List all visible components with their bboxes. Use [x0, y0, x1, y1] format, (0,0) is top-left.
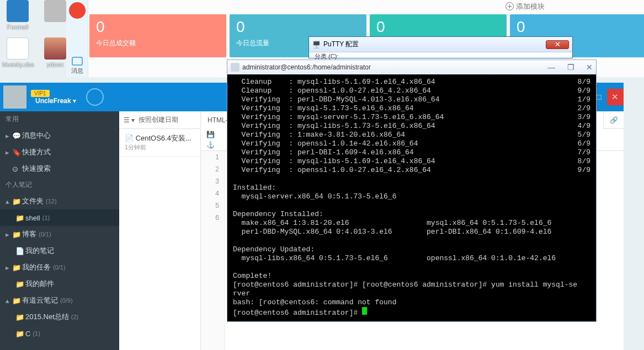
note-icon: 📄 [125, 134, 134, 142]
add-module-button[interactable]: +添加模块 [505, 2, 545, 12]
sidebar-item-c[interactable]: 📁C(1) [0, 325, 119, 342]
terminal-window[interactable]: administrator@centos6:/home/administrato… [227, 60, 597, 322]
maximize-button[interactable]: ❐ [567, 63, 574, 72]
sidebar-item-shortcut[interactable]: ▸🔖快捷方式 [0, 144, 119, 160]
folder-icon: 📁 [12, 230, 22, 239]
terminal-body[interactable]: Cleanup : mysql-libs-5.1.69-1.el6_4.x86_… [227, 74, 596, 321]
sidebar-item-blog[interactable]: ▸📁博客(0/1) [0, 226, 119, 243]
line-number: 3 [201, 175, 225, 187]
sidebar-item-quick-search[interactable]: ⊙快速搜索 [0, 160, 119, 177]
folder-icon: 📁 [15, 313, 25, 321]
list-sort-button[interactable]: ☰ ▾ 按照创建日期 [119, 111, 200, 129]
folder-icon: 📁 [15, 214, 25, 222]
chevron-down-icon: ▾ [131, 116, 135, 124]
line-number: 2 [201, 163, 225, 175]
line-number: 6 [201, 212, 225, 224]
search-icon: ⊙ [12, 165, 22, 173]
desktop-icon[interactable]: Foxmail [2, 0, 33, 30]
foxmail-icon [7, 0, 29, 22]
note-icon: 📄 [15, 247, 25, 255]
note-list-item[interactable]: 📄 CentOS6.4安装... 1分钟前 [119, 129, 200, 157]
sidebar-item-2015net[interactable]: 📁2015.Net总结(2) [0, 309, 119, 325]
mail-icon: 📁 [15, 280, 25, 288]
archive-icon [44, 37, 66, 60]
sidebar-item-shell[interactable]: 📁shell(1) [0, 209, 119, 226]
message-icon: 💬 [12, 132, 22, 140]
sidebar-item-my-notes[interactable]: 📄我的笔记 [0, 243, 119, 259]
stat-card[interactable]: 0 今日总成交额 [89, 14, 226, 57]
file-icon [7, 37, 29, 60]
terminal-titlebar[interactable]: administrator@centos6:/home/administrato… [227, 60, 596, 74]
minimize-button[interactable]: — [547, 63, 555, 72]
window-title: administrator@centos6:/home/administrato… [242, 63, 537, 71]
app-logo-icon[interactable] [69, 2, 86, 19]
link-button[interactable]: 🔗 [604, 116, 624, 124]
stat-value: 0 [236, 19, 360, 35]
desktop-icon[interactable]: bluesky.zba [2, 37, 33, 68]
sidebar-item-message-center[interactable]: ▸💬消息中心 [0, 127, 119, 144]
message-icon [72, 57, 83, 66]
sidebar-item-my-tasks[interactable]: ▸📁我的任务(0/1) [0, 259, 119, 276]
shortcut-icon: 🔖 [12, 148, 22, 157]
line-number: 5 [201, 200, 225, 212]
folder-icon: 📁 [15, 330, 25, 338]
note-time: 1分钟前 [125, 143, 195, 152]
chevron-down-icon[interactable]: ▾ [73, 97, 76, 105]
folder-icon: 📁 [12, 297, 22, 305]
putty-icon: 🖥️ [312, 41, 321, 49]
dashboard-sidebar: 消息 [66, 0, 88, 77]
line-number: 1 [201, 151, 225, 163]
putty-config-window[interactable]: 🖥️ PuTTY 配置 ✕ 分类 (C): [308, 36, 573, 58]
list-icon: ☰ [124, 116, 130, 124]
vip-badge: VIP1 [31, 90, 50, 97]
line-number: 4 [201, 187, 225, 200]
sidebar-item-my-mail[interactable]: 📁我的邮件 [0, 276, 119, 292]
terminal-icon [231, 63, 239, 72]
line-gutter: 1 2 3 4 5 6 [201, 151, 225, 350]
stat-label: 今日总成交额 [96, 39, 220, 48]
link-icon: 🔗 [610, 116, 618, 124]
sidebar-message-tab[interactable]: 消息 [66, 57, 88, 75]
putty-titlebar[interactable]: 🖥️ PuTTY 配置 ✕ [309, 37, 572, 52]
sidebar-category: 常用 [0, 111, 119, 127]
close-button[interactable]: ✕ [546, 40, 569, 49]
desktop-icon-label: Foxmail [2, 24, 33, 30]
window-controls: — ❐ ✕ [537, 63, 593, 72]
window-title: PuTTY 配置 [323, 40, 546, 49]
stat-value: 0 [96, 19, 220, 35]
notes-sidebar: 常用 ▸💬消息中心 ▸🔖快捷方式 ⊙快速搜索 个人笔记 ▴📁文件夹(12) 📁s… [0, 111, 119, 350]
sidebar-category: 个人笔记 [0, 177, 119, 193]
task-icon: 📁 [12, 263, 22, 272]
sidebar-item-youdao[interactable]: ▴📁有道云笔记(0/9) [0, 292, 119, 309]
sidebar-item-folders[interactable]: ▴📁文件夹(12) [0, 193, 119, 209]
notes-list-column: ☰ ▾ 按照创建日期 📄 CentOS6.4安装... 1分钟前 [119, 111, 201, 350]
refresh-button[interactable] [86, 88, 104, 106]
file-icon [44, 0, 66, 22]
stat-value: 0 [517, 19, 640, 35]
stat-value: 0 [376, 19, 500, 35]
close-button[interactable]: ✕ [607, 89, 624, 105]
desktop-icon-label: bluesky.zba [2, 61, 33, 68]
folder-icon: 📁 [12, 197, 22, 206]
plus-icon: + [505, 2, 514, 10]
avatar[interactable] [3, 85, 26, 109]
close-button[interactable]: ✕ [586, 63, 593, 72]
username[interactable]: UncleFreak [35, 97, 71, 105]
